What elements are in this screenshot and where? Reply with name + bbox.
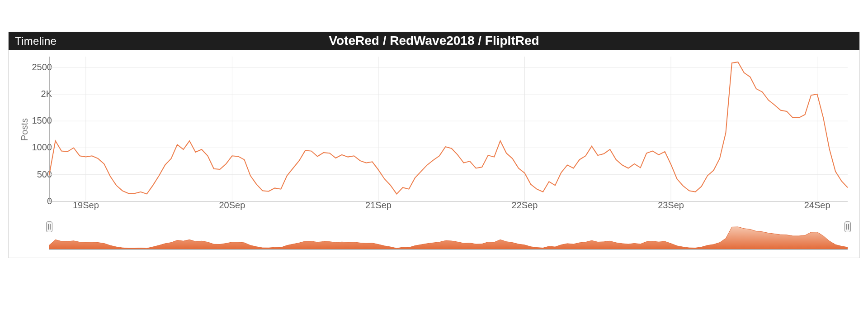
x-tick-label: 22Sep (512, 200, 538, 211)
timeline-card: Timeline VoteRed / RedWave2018 / FlipItR… (8, 32, 860, 258)
x-tick-label: 19Sep (73, 200, 99, 211)
y-tick-label: 0 (25, 196, 52, 206)
y-tick-label: 1000 (25, 142, 52, 153)
line-chart[interactable] (49, 57, 848, 201)
y-tick-label: 2K (25, 89, 52, 99)
range-handle-left[interactable] (46, 221, 52, 232)
x-tick-label: 23Sep (658, 200, 684, 211)
range-handle-right[interactable] (844, 221, 851, 232)
x-tick-label: 24Sep (804, 200, 830, 211)
y-tick-label: 500 (25, 169, 52, 180)
plot-area: Posts 0500100015002K2500 19Sep20Sep21Sep… (9, 50, 859, 209)
range-sparkline (49, 224, 848, 249)
x-tick-label: 20Sep (219, 200, 245, 211)
y-tick-label: 1500 (25, 115, 52, 126)
card-header: Timeline VoteRed / RedWave2018 / FlipItR… (9, 32, 859, 50)
section-label: Timeline (15, 35, 57, 48)
chart-title: VoteRed / RedWave2018 / FlipItRed (9, 34, 859, 48)
range-selector[interactable] (49, 224, 848, 254)
x-tick-label: 21Sep (365, 200, 392, 211)
y-tick-label: 2500 (25, 62, 52, 72)
